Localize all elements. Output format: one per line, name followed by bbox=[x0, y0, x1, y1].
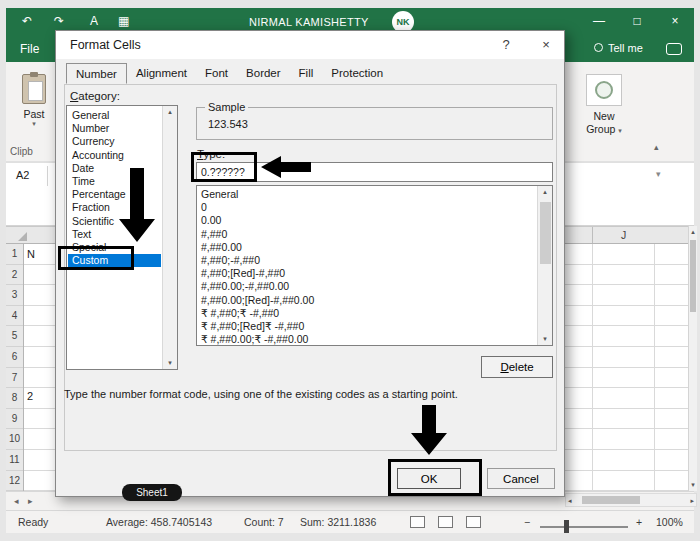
clipboard-group-label: Clipb bbox=[10, 146, 33, 157]
cancel-button[interactable]: Cancel bbox=[487, 468, 555, 489]
select-all-corner[interactable] bbox=[18, 232, 27, 241]
page-layout-view-icon[interactable] bbox=[438, 516, 453, 528]
zoom-in-button[interactable]: + bbox=[636, 516, 642, 528]
paste-label: Past bbox=[10, 108, 58, 120]
horizontal-scrollbar[interactable]: ◂ ▸ bbox=[565, 493, 697, 507]
dialog-title-bar: Format Cells ? × bbox=[56, 31, 564, 59]
paste-button[interactable]: Past ▾ bbox=[10, 72, 58, 128]
row-headers: 123456789101112 bbox=[6, 244, 24, 492]
type-option[interactable]: ₹ #,##0.00;₹ -#,##0.00 bbox=[198, 333, 536, 346]
annotation-arrow-down-ok bbox=[410, 405, 448, 457]
prev-sheet-icon[interactable]: ◂ bbox=[14, 496, 19, 506]
comment-icon[interactable] bbox=[666, 43, 682, 55]
status-bar: Ready Average: 458.7405143 Count: 7 Sum:… bbox=[6, 510, 694, 533]
scrollbar-thumb[interactable] bbox=[582, 496, 640, 504]
zoom-slider-thumb[interactable] bbox=[564, 520, 569, 533]
tell-me-button[interactable]: Tell me bbox=[594, 42, 643, 54]
category-item[interactable]: Number bbox=[68, 122, 161, 135]
category-list-scrollbar[interactable]: ▴ ▾ bbox=[162, 106, 177, 369]
type-list-scrollbar[interactable]: ▴ ▾ bbox=[537, 186, 552, 345]
sheet-tab[interactable]: Sheet1 bbox=[122, 484, 182, 501]
row-header[interactable]: 2 bbox=[6, 265, 23, 286]
scrollbar-thumb[interactable] bbox=[690, 240, 696, 312]
close-button[interactable]: × bbox=[660, 14, 690, 28]
tab-file[interactable]: File bbox=[20, 42, 39, 56]
category-label: Category: bbox=[70, 90, 120, 102]
name-box[interactable]: A2 bbox=[8, 166, 48, 186]
type-option[interactable]: #,##0;-#,##0 bbox=[198, 254, 536, 267]
sample-groupbox bbox=[196, 107, 553, 140]
vertical-scrollbar[interactable]: ▴ ▾ bbox=[688, 226, 697, 491]
scroll-left-icon[interactable]: ◂ bbox=[568, 497, 572, 505]
row-header[interactable]: 1 bbox=[6, 244, 23, 265]
cell-a1-text: N bbox=[27, 248, 35, 260]
annotation-arrow-left-type bbox=[259, 154, 313, 180]
row-header[interactable]: 3 bbox=[6, 285, 23, 306]
row-header[interactable]: 11 bbox=[6, 450, 23, 471]
row-header[interactable]: 12 bbox=[6, 471, 23, 492]
zoom-out-button[interactable]: − bbox=[524, 516, 530, 528]
scroll-up-icon[interactable]: ▴ bbox=[538, 188, 552, 196]
maximize-button[interactable]: □ bbox=[622, 14, 652, 28]
scroll-down-icon[interactable]: ▾ bbox=[689, 481, 697, 489]
type-option[interactable]: ₹ #,##0;[Red]₹ -#,##0 bbox=[198, 320, 536, 333]
dialog-close-button[interactable]: × bbox=[536, 37, 556, 52]
page-break-view-icon[interactable] bbox=[466, 516, 481, 528]
delete-button[interactable]: Delete bbox=[481, 356, 553, 378]
scroll-down-icon[interactable]: ▾ bbox=[538, 335, 552, 343]
row-header[interactable]: 7 bbox=[6, 368, 23, 389]
dialog-tab[interactable]: Protection bbox=[322, 63, 392, 84]
formula-bar-expand-icon[interactable]: ▾ bbox=[656, 169, 661, 179]
type-option[interactable]: #,##0 bbox=[198, 228, 536, 241]
type-option[interactable]: #,##0.00;-#,##0.00 bbox=[198, 280, 536, 293]
type-option[interactable]: ₹ #,##0;₹ -#,##0 bbox=[198, 307, 536, 320]
table-icon[interactable]: ▦ bbox=[118, 14, 129, 28]
dialog-tab[interactable]: Font bbox=[196, 63, 237, 84]
type-option[interactable]: General bbox=[198, 188, 536, 201]
type-option[interactable]: #,##0.00 bbox=[198, 241, 536, 254]
zoom-slider[interactable] bbox=[540, 526, 628, 528]
status-average: Average: 458.7405143 bbox=[106, 516, 212, 528]
dialog-tab[interactable]: Number bbox=[66, 63, 127, 84]
normal-view-icon[interactable] bbox=[410, 516, 425, 528]
category-item[interactable]: Currency bbox=[68, 135, 161, 148]
excel-screen: ↶ ↷ A ▦ NIRMAL KAMISHETTY NK — □ × File … bbox=[0, 0, 700, 541]
type-option[interactable]: 0 bbox=[198, 201, 536, 214]
collapse-ribbon-icon[interactable]: ▴ bbox=[654, 142, 659, 152]
column-header-j[interactable]: J bbox=[592, 227, 654, 243]
status-mode: Ready bbox=[18, 516, 48, 528]
clipboard-paste-icon bbox=[22, 74, 46, 104]
row-header[interactable]: 4 bbox=[6, 306, 23, 327]
row-header[interactable]: 9 bbox=[6, 409, 23, 430]
next-sheet-icon[interactable]: ▸ bbox=[28, 496, 33, 506]
row-header[interactable]: 5 bbox=[6, 326, 23, 347]
scroll-up-icon[interactable]: ▴ bbox=[689, 228, 697, 236]
new-group-label-1: New bbox=[572, 110, 636, 123]
dialog-tab[interactable]: Border bbox=[237, 63, 290, 84]
account-name: NIRMAL KAMISHETTY bbox=[249, 16, 369, 28]
undo-icon[interactable]: ↶ bbox=[22, 14, 32, 28]
row-header[interactable]: 8 bbox=[6, 388, 23, 409]
scroll-right-icon[interactable]: ▸ bbox=[690, 497, 694, 505]
new-group-button[interactable]: New Group ▾ bbox=[572, 72, 636, 137]
redo-icon[interactable]: ↷ bbox=[54, 14, 64, 28]
row-header[interactable]: 10 bbox=[6, 429, 23, 450]
scroll-down-icon[interactable]: ▾ bbox=[163, 359, 177, 367]
type-option[interactable]: 0.00 bbox=[198, 214, 536, 227]
category-item[interactable]: Accounting bbox=[68, 149, 161, 162]
type-option[interactable]: #,##0;[Red]-#,##0 bbox=[198, 267, 536, 280]
row-header[interactable]: 6 bbox=[6, 347, 23, 368]
sample-label: Sample bbox=[205, 101, 248, 113]
annotation-arrow-down-custom bbox=[118, 168, 156, 244]
circle-icon bbox=[595, 81, 613, 99]
scrollbar-thumb[interactable] bbox=[540, 202, 551, 264]
dialog-tab[interactable]: Fill bbox=[290, 63, 323, 84]
dialog-tab[interactable]: Alignment bbox=[127, 63, 196, 84]
font-icon[interactable]: A bbox=[90, 14, 98, 28]
dialog-help-button[interactable]: ? bbox=[496, 37, 516, 52]
minimize-button[interactable]: — bbox=[584, 14, 614, 28]
annotation-box-ok bbox=[388, 459, 482, 496]
type-option[interactable]: #,##0.00;[Red]-#,##0.00 bbox=[198, 294, 536, 307]
category-item[interactable]: General bbox=[68, 109, 161, 122]
scroll-up-icon[interactable]: ▴ bbox=[163, 108, 177, 116]
